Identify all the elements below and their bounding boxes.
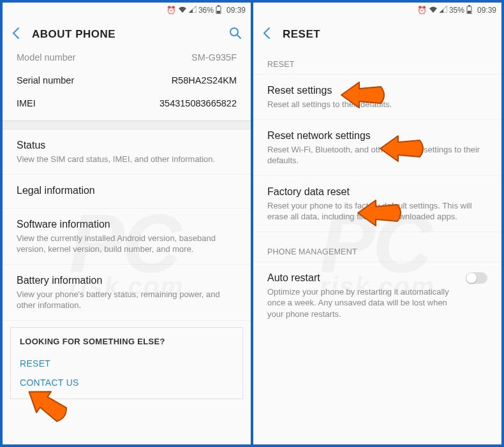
- battery-text: 36%: [198, 6, 214, 15]
- alarm-icon: ⏰: [167, 6, 176, 15]
- svg-rect-1: [218, 5, 219, 6]
- auto-restart-toggle[interactable]: [466, 272, 487, 284]
- back-icon[interactable]: [262, 27, 271, 42]
- section-phone-mgmt: PHONE MANAGEMENT: [253, 238, 501, 262]
- left-screen: ⏰ 36% 09:39 ABOUT PHONE: [3, 3, 251, 444]
- page-title: ABOUT PHONE: [32, 28, 218, 41]
- content-area: PCrisk.com RESET Reset settings Reset al…: [253, 51, 501, 444]
- imei-value: 354315083665822: [159, 98, 237, 108]
- model-label: Model number: [17, 52, 76, 62]
- item-software[interactable]: Software information View the currently …: [3, 209, 251, 265]
- svg-rect-6: [468, 5, 470, 6]
- item-desc: Reset your phone to its factory default …: [267, 200, 487, 223]
- item-factory-reset[interactable]: Factory data reset Reset your phone to i…: [253, 176, 501, 232]
- info-row-model: Model number SM-G935F: [3, 51, 251, 69]
- signal-icon: [189, 6, 196, 15]
- page-title: RESET: [283, 28, 493, 41]
- item-title: Status: [17, 140, 237, 151]
- footer-link-reset[interactable]: RESET: [20, 354, 233, 373]
- item-title: Legal information: [17, 185, 237, 196]
- item-title: Reset settings: [267, 85, 487, 96]
- footer-link-contact[interactable]: CONTACT US: [20, 373, 233, 392]
- svg-point-3: [230, 28, 238, 36]
- right-screen: ⏰ 35% 09:39 RESET PCrisk.c: [253, 3, 501, 444]
- imei-label: IMEI: [17, 98, 36, 108]
- serial-value: R58HA2S24KM: [172, 75, 237, 85]
- item-legal[interactable]: Legal information: [3, 175, 251, 209]
- item-desc: Optimize your phone by restarting it aut…: [267, 286, 459, 320]
- signal-icon: [440, 6, 447, 15]
- wifi-icon: [429, 6, 438, 15]
- footer-card: LOOKING FOR SOMETHING ELSE? RESET CONTAC…: [10, 327, 243, 399]
- item-desc: Reset all settings to their defaults.: [267, 99, 487, 110]
- item-auto-restart[interactable]: Auto restart Optimize your phone by rest…: [253, 262, 501, 329]
- item-reset-settings[interactable]: Reset settings Reset all settings to the…: [253, 75, 501, 120]
- info-row-imei: IMEI 354315083665822: [3, 92, 251, 115]
- back-icon[interactable]: [11, 27, 20, 42]
- item-title: Software information: [17, 219, 237, 230]
- serial-label: Serial number: [17, 75, 74, 85]
- status-bar: ⏰ 36% 09:39: [3, 3, 251, 18]
- item-title: Auto restart: [267, 272, 459, 284]
- status-time: 09:39: [226, 6, 246, 15]
- item-desc: View the currently installed Android ver…: [17, 233, 237, 255]
- svg-line-4: [237, 35, 241, 38]
- battery-text: 35%: [449, 6, 464, 15]
- model-value: SM-G935F: [191, 52, 237, 62]
- battery-icon: [466, 5, 472, 16]
- search-icon[interactable]: [229, 27, 242, 43]
- alarm-icon: ⏰: [417, 6, 427, 15]
- section-divider: [3, 121, 251, 129]
- section-reset: RESET: [253, 51, 501, 75]
- item-status[interactable]: Status View the SIM card status, IMEI, a…: [3, 129, 251, 175]
- item-desc: Reset Wi-Fi, Bluetooth, and other networ…: [267, 144, 487, 166]
- content-area: PCrisk.com Model number SM-G935F Serial …: [3, 51, 251, 444]
- status-bar: ⏰ 35% 09:39: [253, 3, 501, 18]
- titlebar: ABOUT PHONE: [3, 18, 251, 51]
- item-title: Factory data reset: [267, 186, 487, 198]
- battery-icon: [216, 5, 221, 16]
- info-row-serial: Serial number R58HA2S24KM: [3, 69, 251, 92]
- titlebar: RESET: [253, 18, 501, 51]
- svg-rect-7: [468, 11, 471, 13]
- item-desc: View your phone's battery status, remain…: [17, 289, 237, 311]
- wifi-icon: [178, 6, 187, 15]
- footer-title: LOOKING FOR SOMETHING ELSE?: [20, 337, 233, 346]
- svg-rect-2: [217, 11, 220, 13]
- item-battery[interactable]: Battery information View your phone's ba…: [3, 265, 251, 321]
- status-time: 09:39: [477, 6, 496, 15]
- item-title: Battery information: [17, 275, 237, 286]
- item-title: Reset network settings: [267, 130, 487, 142]
- item-desc: View the SIM card status, IMEI, and othe…: [17, 154, 237, 165]
- item-reset-network[interactable]: Reset network settings Reset Wi-Fi, Blue…: [253, 120, 501, 176]
